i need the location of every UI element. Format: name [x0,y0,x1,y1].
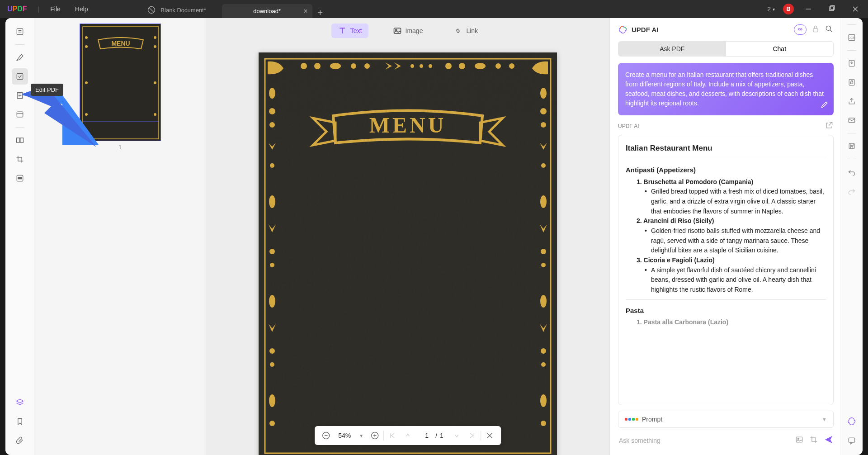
svg-rect-17 [16,138,19,142]
blank-doc-icon [147,5,156,14]
text-tool[interactable]: Text [331,24,368,38]
prompt-selector[interactable]: Prompt ▼ [618,411,834,428]
svg-point-74 [540,295,547,308]
rail-separator [15,44,24,45]
edit-pdf-tooltip: Edit PDF [31,84,63,96]
email-tool[interactable] [844,112,860,128]
svg-point-47 [410,64,414,68]
tab-blank-document[interactable]: Blank Document* [132,2,222,18]
image-tool[interactable]: Image [387,24,429,38]
rail-separator [15,127,24,128]
ocr-tool[interactable]: OCR [844,29,860,46]
tab-close-button[interactable]: × [303,7,307,15]
user-avatar[interactable]: B [783,4,794,14]
page-tool[interactable] [12,87,28,104]
redact-tool[interactable] [12,170,28,186]
svg-rect-4 [831,6,835,9]
ai-response-box[interactable]: Italian Restaurant Menu Antipasti (Appet… [618,135,834,405]
tab-download[interactable]: download* × [222,4,312,18]
close-controls-button[interactable] [483,429,496,442]
comment-tool[interactable] [12,49,28,66]
ai-assistant-button[interactable] [844,413,860,430]
updf-ai-logo-icon [618,25,628,35]
minimize-button[interactable] [799,2,817,16]
crop-attach-icon[interactable] [809,435,818,446]
zoom-level: 54% [335,432,354,439]
svg-point-67 [540,88,547,99]
zoom-out-button[interactable] [319,429,333,442]
edit-pdf-tool[interactable] [12,68,28,85]
zoom-in-button[interactable] [368,429,382,442]
reader-tool[interactable] [12,24,28,40]
ask-pdf-tab[interactable]: Ask PDF [618,42,726,56]
protect-tool[interactable] [844,74,860,90]
search-icon[interactable] [825,24,834,35]
menu-help[interactable]: Help [68,5,95,13]
send-button[interactable] [824,435,834,446]
svg-point-57 [269,122,275,128]
svg-point-43 [314,63,321,69]
svg-point-34 [154,81,156,84]
last-page-button[interactable] [465,429,479,442]
tab-label: Blank Document* [160,7,206,14]
svg-point-66 [269,421,275,426]
edit-prompt-button[interactable] [820,100,829,112]
pdf-page[interactable]: MENU [259,52,557,455]
close-window-button[interactable] [846,2,864,16]
next-page-button[interactable] [450,429,463,442]
share-tool[interactable] [844,93,860,109]
svg-rect-20 [18,177,21,179]
svg-point-32 [154,36,156,39]
open-external-icon[interactable] [825,121,834,131]
chat-tab[interactable]: Chat [726,42,834,56]
menu-file[interactable]: File [43,5,68,13]
comment-panel-button[interactable] [844,432,860,449]
svg-point-31 [85,113,88,116]
svg-point-93 [797,438,799,440]
prev-page-button[interactable] [401,429,415,442]
canvas-viewport[interactable]: MENU [206,43,609,455]
redo-button[interactable] [844,183,860,199]
document-tabs: Blank Document* download* × + [132,0,329,18]
response-section: Pasta 1. Pasta alla Carbonara (Lazio) [626,305,826,327]
attachment-tool[interactable] [12,432,28,449]
ask-input[interactable] [618,432,790,449]
organize-tool[interactable] [12,132,28,148]
svg-rect-3 [830,7,833,10]
svg-point-72 [541,249,546,254]
tab-add-button[interactable]: + [312,8,329,18]
svg-point-51 [459,63,465,69]
save-tool[interactable] [844,138,860,154]
rail-separator [847,24,856,25]
svg-rect-102 [849,438,854,442]
svg-point-29 [85,45,88,48]
svg-point-42 [301,63,307,69]
crop-tool[interactable] [12,151,28,167]
ai-source-label: UPDF AI [618,121,834,131]
compress-tool[interactable] [844,55,860,71]
image-attach-icon[interactable] [795,435,804,446]
svg-point-59 [269,195,275,208]
first-page-button[interactable] [386,429,399,442]
bookmark-tool[interactable] [12,413,28,430]
svg-point-50 [445,63,452,69]
svg-point-60 [269,249,275,254]
window-count[interactable]: 2 ▾ [764,5,778,13]
layers-tool[interactable] [12,394,28,411]
form-tool[interactable] [12,106,28,123]
svg-point-75 [541,348,546,354]
page-indicator: / 1 [416,432,448,439]
lock-icon[interactable] [811,24,820,35]
svg-point-46 [364,63,370,69]
left-rail: Edit PDF [5,18,34,455]
maximize-button[interactable] [823,2,841,16]
infinity-badge[interactable]: ∞ [794,24,807,35]
page-thumbnail[interactable]: MENU 1 [80,24,161,151]
undo-button[interactable] [844,164,860,180]
svg-point-61 [270,263,274,267]
svg-rect-7 [17,28,23,34]
ai-panel: UPDF AI ∞ Ask PDF Chat Create a menu for… [609,18,840,455]
page-input[interactable] [421,432,433,439]
zoom-dropdown[interactable]: ▼ [356,433,366,438]
link-tool[interactable]: Link [447,24,484,38]
